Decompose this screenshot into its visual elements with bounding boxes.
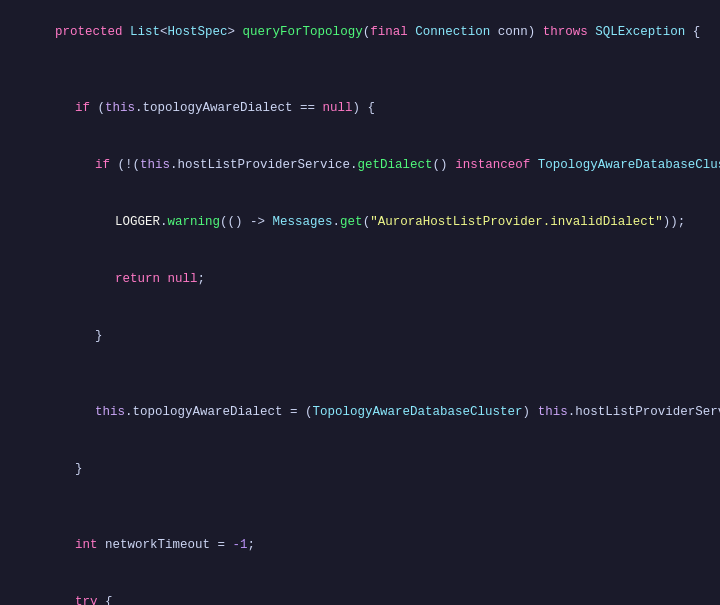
code-editor: protected List<HostSpec> queryForTopolog…	[0, 0, 720, 605]
code-line-6: return null;	[0, 251, 720, 308]
code-line-4: if (!(this.hostListProviderService.getDi…	[0, 137, 720, 194]
code-line-7: }	[0, 308, 720, 365]
code-line-5: LOGGER.warning(() -> Messages.get("Auror…	[0, 194, 720, 251]
code-line-13: try {	[0, 574, 720, 605]
code-line-1: protected List<HostSpec> queryForTopolog…	[0, 4, 720, 61]
code-line-11	[0, 498, 720, 517]
code-line-8	[0, 365, 720, 384]
code-line-3: if (this.topologyAwareDialect == null) {	[0, 80, 720, 137]
code-line-2	[0, 61, 720, 80]
code-line-12: int networkTimeout = -1;	[0, 517, 720, 574]
code-line-10: }	[0, 441, 720, 498]
code-line-9: this.topologyAwareDialect = (TopologyAwa…	[0, 384, 720, 441]
